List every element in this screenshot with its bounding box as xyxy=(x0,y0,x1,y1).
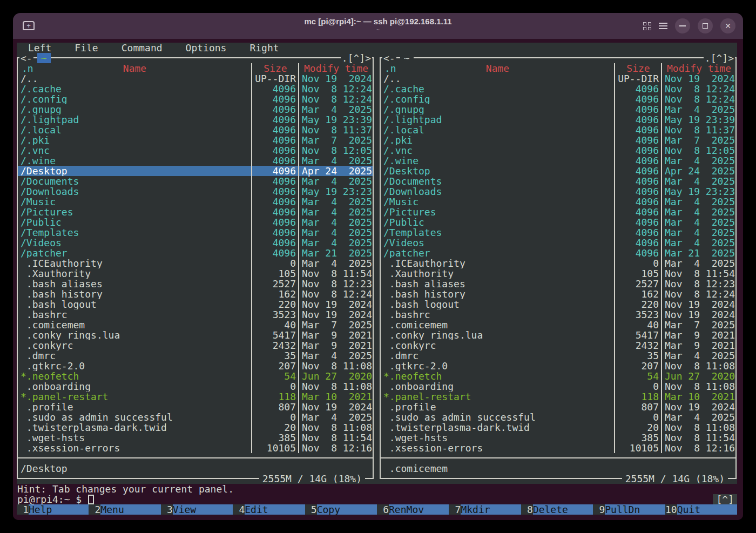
file-row[interactable]: .bashrc3523Nov 19 2024 xyxy=(17,309,374,320)
menubar-item-command[interactable]: Command xyxy=(122,43,163,53)
fkey-10-quit[interactable]: 10Quit xyxy=(665,504,737,515)
file-row[interactable]: /Downloads4096May 19 23:23 xyxy=(380,186,737,197)
file-row[interactable]: /.local4096Nov 8 11:37 xyxy=(17,125,374,135)
fkey-4-edit[interactable]: 4Edit xyxy=(233,504,305,515)
file-row[interactable]: /Templates4096Mar 4 2025 xyxy=(380,227,737,238)
file-row[interactable]: .onboarding0Nov 8 11:08 xyxy=(380,381,737,392)
file-row[interactable]: .profile807Nov 19 2024 xyxy=(17,402,374,412)
size-column-header[interactable]: Size xyxy=(255,63,296,73)
file-row[interactable]: .bash_history162Nov 8 12:24 xyxy=(17,289,374,299)
panel-corner-control[interactable]: .[^]> xyxy=(704,53,735,63)
file-row[interactable]: /..UP--DIRNov 19 2024 xyxy=(380,73,737,84)
file-row[interactable]: /Pictures4096Mar 4 2025 xyxy=(380,207,737,217)
fkey-7-mkdir[interactable]: 7Mkdir xyxy=(449,504,521,515)
file-row[interactable]: /.wine4096Mar 4 2025 xyxy=(380,156,737,166)
fkey-5-copy[interactable]: 5Copy xyxy=(305,504,377,515)
name-column-header[interactable]: .nName xyxy=(383,63,612,73)
maximize-button[interactable] xyxy=(698,18,713,33)
file-row[interactable]: .gtkrc-2.0207Nov 8 11:08 xyxy=(380,361,737,371)
file-row[interactable]: .bash_aliases2527Nov 8 12:23 xyxy=(17,279,374,289)
file-row[interactable]: /.pki4096Mar 7 2025 xyxy=(380,135,737,145)
file-row[interactable]: /.config4096Nov 8 12:24 xyxy=(17,94,374,104)
file-row[interactable]: /Templates4096Mar 4 2025 xyxy=(17,227,374,238)
file-row[interactable]: /patcher4096Mar 21 2025 xyxy=(17,248,374,258)
menu-icon[interactable] xyxy=(659,23,667,29)
file-row[interactable]: /Pictures4096Mar 4 2025 xyxy=(17,207,374,217)
file-row[interactable]: /.gnupg4096Mar 4 2025 xyxy=(17,104,374,114)
file-row[interactable]: *.panel-restart118Mar 10 2021 xyxy=(17,392,374,402)
file-row[interactable]: .dmrc35Mar 4 2025 xyxy=(17,350,374,361)
close-button[interactable]: ✕ xyxy=(720,18,735,33)
menubar-item-file[interactable]: File xyxy=(75,43,98,53)
file-row[interactable]: .gtkrc-2.0207Nov 8 11:08 xyxy=(17,361,374,371)
panel-corner-control[interactable]: .[^]> xyxy=(341,53,372,63)
tab-overview-icon[interactable] xyxy=(643,22,651,30)
file-row[interactable]: .twisterplasma-dark.twid20Nov 8 11:08 xyxy=(380,422,737,433)
file-row[interactable]: .bash_logout220Nov 19 2024 xyxy=(17,299,374,309)
file-row[interactable]: /Music4096Mar 4 2025 xyxy=(380,197,737,207)
file-row[interactable]: /Videos4096Mar 4 2025 xyxy=(17,238,374,248)
file-row[interactable]: .profile807Nov 19 2024 xyxy=(380,402,737,412)
file-row[interactable]: .bash_history162Nov 8 12:24 xyxy=(380,289,737,299)
file-row[interactable]: /Public4096Mar 4 2025 xyxy=(17,217,374,227)
file-row[interactable]: /Documents4096Mar 4 2025 xyxy=(380,176,737,186)
file-row[interactable]: /patcher4096Mar 21 2025 xyxy=(380,248,737,258)
fkey-3-view[interactable]: 3View xyxy=(161,504,233,515)
file-row[interactable]: *.neofetch54Jun 27 2020 xyxy=(17,371,374,381)
file-row[interactable]: .dmrc35Mar 4 2025 xyxy=(380,350,737,361)
fkey-6-renmov[interactable]: 6RenMov xyxy=(377,504,449,515)
fkey-8-delete[interactable]: 8Delete xyxy=(521,504,593,515)
right-panel-path[interactable]: ~ xyxy=(400,53,414,63)
file-row[interactable]: /.gnupg4096Mar 4 2025 xyxy=(380,104,737,114)
panel-history-arrow[interactable]: <- xyxy=(382,53,396,63)
file-row[interactable]: .wget-hsts385Nov 8 11:54 xyxy=(17,433,374,443)
file-row[interactable]: .bashrc3523Nov 19 2024 xyxy=(380,309,737,320)
file-row[interactable]: /.cache4096Nov 8 12:24 xyxy=(380,84,737,94)
fkey-9-pulldn[interactable]: 9PullDn xyxy=(593,504,665,515)
file-row[interactable]: .onboarding0Nov 8 11:08 xyxy=(17,381,374,392)
fkey-1-help[interactable]: 1Help xyxy=(17,504,89,515)
file-row[interactable]: /Downloads4096May 19 23:23 xyxy=(17,186,374,197)
file-row[interactable]: .conkyrc2432Mar 9 2021 xyxy=(17,340,374,350)
menubar-item-left[interactable]: Left xyxy=(28,43,51,53)
file-row[interactable]: .conky_rings.lua5417Mar 9 2021 xyxy=(17,330,374,340)
file-row[interactable]: /.vnc4096Nov 8 12:05 xyxy=(380,145,737,156)
name-column-header[interactable]: .nName xyxy=(21,63,249,73)
file-row[interactable]: .bash_aliases2527Nov 8 12:23 xyxy=(380,279,737,289)
file-row[interactable]: .conky_rings.lua5417Mar 9 2021 xyxy=(380,330,737,340)
file-row[interactable]: /.local4096Nov 8 11:37 xyxy=(380,125,737,135)
file-row[interactable]: /Desktop4096Apr 24 2025 xyxy=(380,166,737,176)
file-row[interactable]: .comicemem40Mar 7 2025 xyxy=(17,320,374,330)
new-tab-button[interactable]: + xyxy=(23,21,36,31)
file-row[interactable]: /Videos4096Mar 4 2025 xyxy=(380,238,737,248)
file-row[interactable]: /.config4096Nov 8 12:24 xyxy=(380,94,737,104)
file-row[interactable]: .sudo_as_admin_successful0Mar 4 2025 xyxy=(17,412,374,422)
file-row[interactable]: /Music4096Mar 4 2025 xyxy=(17,197,374,207)
file-row[interactable]: /Desktop4096Apr 24 2025 xyxy=(17,166,374,176)
file-row[interactable]: /..UP--DIRNov 19 2024 xyxy=(17,73,374,84)
file-row[interactable]: .comicemem40Mar 7 2025 xyxy=(380,320,737,330)
file-row[interactable]: /.pki4096Mar 7 2025 xyxy=(17,135,374,145)
file-row[interactable]: .conkyrc2432Mar 9 2021 xyxy=(380,340,737,350)
file-row[interactable]: .twisterplasma-dark.twid20Nov 8 11:08 xyxy=(17,422,374,433)
file-row[interactable]: /.wine4096Mar 4 2025 xyxy=(17,156,374,166)
file-row[interactable]: .Xauthority105Nov 8 11:54 xyxy=(380,268,737,279)
panel-history-arrow[interactable]: <- xyxy=(19,53,33,63)
minimize-button[interactable] xyxy=(675,18,690,33)
file-row[interactable]: .ICEauthority0Mar 4 2025 xyxy=(380,258,737,268)
file-row[interactable]: *.panel-restart118Mar 10 2021 xyxy=(380,392,737,402)
mtime-column-header[interactable]: Modify time xyxy=(665,63,735,73)
menubar-item-right[interactable]: Right xyxy=(249,43,279,53)
file-row[interactable]: .Xauthority105Nov 8 11:54 xyxy=(17,268,374,279)
fkey-2-menu[interactable]: 2Menu xyxy=(89,504,160,515)
file-row[interactable]: /.lightpad4096May 19 23:39 xyxy=(380,114,737,125)
file-row[interactable]: /.vnc4096Nov 8 12:05 xyxy=(17,145,374,156)
menubar-item-options[interactable]: Options xyxy=(186,43,227,53)
file-row[interactable]: .xsession-errors10105Nov 8 12:16 xyxy=(17,443,374,453)
file-row[interactable]: .ICEauthority0Mar 4 2025 xyxy=(17,258,374,268)
file-row[interactable]: /Public4096Mar 4 2025 xyxy=(380,217,737,227)
mtime-column-header[interactable]: Modify time xyxy=(302,63,372,73)
file-row[interactable]: .sudo_as_admin_successful0Mar 4 2025 xyxy=(380,412,737,422)
file-row[interactable]: .wget-hsts385Nov 8 11:54 xyxy=(380,433,737,443)
file-row[interactable]: *.neofetch54Jun 27 2020 xyxy=(380,371,737,381)
